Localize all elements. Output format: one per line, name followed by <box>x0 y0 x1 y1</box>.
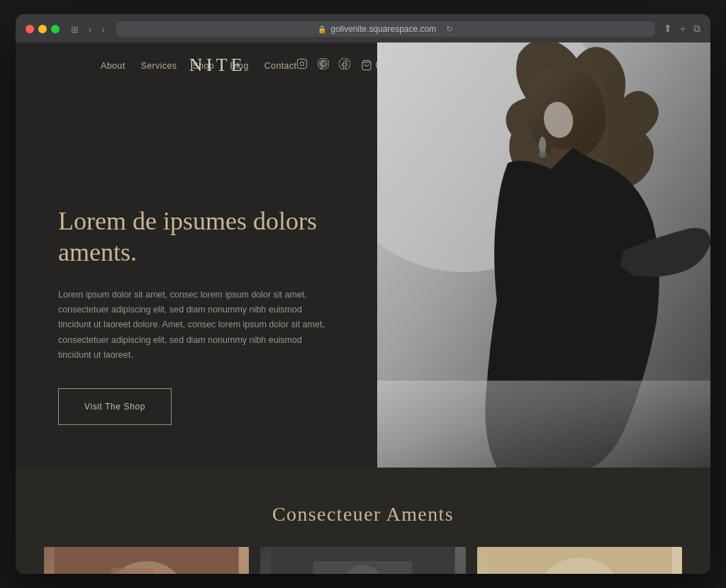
svg-point-9 <box>539 151 546 158</box>
section-title: Consecteuer Aments <box>16 503 710 526</box>
facebook-icon[interactable] <box>339 58 350 72</box>
instagram-icon[interactable] <box>296 58 308 72</box>
pinterest-icon[interactable] <box>318 58 329 72</box>
browser-window: ⊞ ‹ › 🔒 golivenite.squarespace.com ↻ ⬆ ＋… <box>16 14 710 574</box>
svg-rect-0 <box>298 59 307 68</box>
nav-contact[interactable]: Contact <box>264 61 297 71</box>
hero-left-panel: About Services Shop Blog Contact NITE <box>16 43 377 468</box>
gallery-thumb-1 <box>44 547 249 574</box>
forward-button[interactable]: › <box>99 23 107 36</box>
maximize-button[interactable] <box>51 25 60 33</box>
new-tab-icon[interactable]: ＋ <box>678 23 688 35</box>
bottom-section: Consecteuer Aments <box>16 468 710 574</box>
view-toggle-icon[interactable]: ⊞ <box>68 23 82 36</box>
gallery-item-1[interactable] <box>44 547 249 574</box>
website-content: About Services Shop Blog Contact NITE <box>16 43 710 574</box>
share-icon[interactable]: ⬆ <box>664 23 672 35</box>
hero-image <box>377 43 710 468</box>
hero-body-text: Lorem ipsum dolor sit amet, consec lorem… <box>58 288 328 363</box>
minimize-button[interactable] <box>38 25 47 33</box>
traffic-lights <box>26 25 60 33</box>
browser-chrome: ⊞ ‹ › 🔒 golivenite.squarespace.com ↻ ⬆ ＋… <box>16 14 710 43</box>
navigation: About Services Shop Blog Contact NITE <box>58 43 377 87</box>
svg-point-2 <box>304 61 305 62</box>
svg-rect-10 <box>377 380 710 468</box>
close-button[interactable] <box>26 25 34 33</box>
svg-rect-13 <box>111 568 154 574</box>
hero-image-panel <box>377 43 710 468</box>
url-text: golivenite.squarespace.com <box>330 24 436 34</box>
nav-about[interactable]: About <box>101 61 125 71</box>
windows-icon[interactable]: ⧉ <box>693 23 700 35</box>
gallery-thumb-2 <box>260 547 465 574</box>
back-button[interactable]: ‹ <box>86 23 94 36</box>
browser-controls: ⊞ ‹ › <box>68 23 108 36</box>
hero-title: Lorem de ipsumes dolors aments. <box>58 206 328 267</box>
svg-point-1 <box>301 62 304 65</box>
hero-section: About Services Shop Blog Contact NITE <box>16 43 710 468</box>
cta-button[interactable]: Visit The Shop <box>58 388 172 425</box>
nav-right-icons: 0 <box>296 58 380 72</box>
gallery-item-3[interactable] <box>477 547 682 574</box>
gallery-thumb-3 <box>477 547 682 574</box>
hero-content: Lorem de ipsumes dolors aments. Lorem ip… <box>58 206 328 468</box>
address-bar[interactable]: 🔒 golivenite.squarespace.com ↻ <box>116 21 655 37</box>
reload-icon[interactable]: ↻ <box>446 24 453 34</box>
gallery-strip <box>16 547 710 574</box>
gallery-item-2[interactable] <box>260 547 465 574</box>
nav-services[interactable]: Services <box>141 61 177 71</box>
browser-actions: ⬆ ＋ ⧉ <box>664 23 700 35</box>
brand-logo[interactable]: NITE <box>189 55 246 76</box>
lock-icon: 🔒 <box>318 26 326 33</box>
